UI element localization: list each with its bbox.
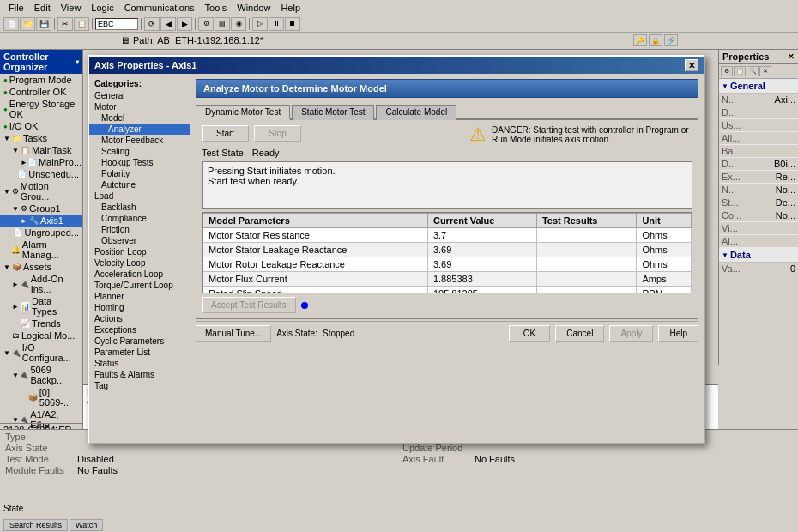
nav-item-compliance[interactable]: Compliance [89,213,190,224]
nav-item-analyzer[interactable]: Analyzer [89,124,190,135]
menu-file[interactable]: File [3,2,29,14]
prop-icon-3[interactable]: 🔍 [747,66,759,76]
nav-item-torqueloop[interactable]: Torque/Current Loop [89,280,190,291]
toolbar-btn-copy[interactable]: 📋 [74,17,89,31]
tree-ioconfig[interactable]: ▼ 🔌 I/O Configura... [0,342,82,364]
menu-window[interactable]: Window [232,2,275,14]
nav-categories-label: Categories: [89,77,190,90]
tree-maintask[interactable]: ▼ 📋 MainTask [0,144,82,156]
menu-communications[interactable]: Communications [119,2,200,14]
menu-view[interactable]: View [56,2,87,14]
toolbar-btn-cut[interactable]: ✂ [57,17,73,31]
nav-item-backlash[interactable]: Backlash [89,202,190,213]
prop-icon-4[interactable]: ✕ [759,66,771,76]
tree-axis1[interactable]: ► 🔧 Axis1 [0,215,82,227]
nav-item-velocityloop[interactable]: Velocity Loop [89,257,190,269]
nav-item-autotune[interactable]: Autotune [89,179,190,190]
nav-item-positionloop[interactable]: Position Loop [89,246,190,257]
search-results-tab[interactable]: Search Results [3,519,68,531]
watch-tab[interactable]: Watch [70,519,103,531]
path-btn3[interactable]: 🔗 [664,34,678,46]
nav-item-polarity[interactable]: Polarity [89,168,190,179]
nav-item-scaling[interactable]: Scaling [89,146,190,157]
start-button[interactable]: Start [202,125,249,142]
dialog-close-button[interactable]: ✕ [685,59,698,71]
prop-icon-1[interactable]: ⚙ [721,66,733,76]
tab-calculate-model[interactable]: Calculate Model [376,105,456,120]
nav-item-motorfeedback[interactable]: Motor Feedback [89,135,190,146]
table-row[interactable]: Rated Slip Speed 105.81205 RPM [203,287,692,294]
tree-datatypes[interactable]: ► 📊 Data Types [0,295,82,317]
tree-motiongroup[interactable]: ▼ ⚙ Motion Grou... [0,180,82,203]
tab-dynamic-motor-test[interactable]: Dynamic Motor Test [196,105,290,120]
tree-backplane[interactable]: ▼ 🔌 5069 Backp... [0,364,82,386]
tab-static-motor-test[interactable]: Static Motor Test [292,105,374,120]
table-row[interactable]: Motor Stator Resistance 3.7 Ohms [203,228,692,243]
nav-item-tag[interactable]: Tag [89,380,190,391]
nav-item-observer[interactable]: Observer [89,235,190,246]
tree-addon[interactable]: ► 🔌 Add-On Ins... [0,273,82,295]
tree-5069-0[interactable]: 📦 [0] 5069-... [0,386,82,408]
tree-trends[interactable]: 📈 Trends [0,317,82,329]
tree-mainpro[interactable]: ► 📄 MainPro... [0,156,82,168]
toolbar-icon-b[interactable]: ▤ [215,17,230,31]
path-btn2[interactable]: 🔒 [649,34,662,46]
tree-tasks[interactable]: ▼ 📁 Tasks [0,132,82,144]
nav-item-actions[interactable]: Actions [89,313,190,324]
toolbar-btn6[interactable]: ◀ [160,17,176,31]
toolbar-icon-f[interactable]: ⏹ [285,17,300,31]
toolbar-btn-new[interactable]: 📄 [3,17,19,31]
nav-item-cyclicparams[interactable]: Cyclic Parameters [89,336,190,347]
nav-item-hookuptests[interactable]: Hookup Tests [89,157,190,168]
menu-help[interactable]: Help [275,2,305,14]
nav-item-planner[interactable]: Planner [89,291,190,302]
toolbar-btn7[interactable]: ▶ [177,17,192,31]
menu-tools[interactable]: Tools [200,2,233,14]
prop-data-expand[interactable]: ▼ [722,251,728,259]
table-row[interactable]: Motor Stator Leakage Reactance 3.69 Ohms [203,243,692,257]
cancel-button[interactable]: Cancel [555,325,604,342]
path-btn1[interactable]: 🔑 [633,34,647,46]
prop-icon-2[interactable]: 📋 [734,66,746,76]
menu-logic[interactable]: Logic [86,2,118,14]
nav-item-motor[interactable]: Motor [89,101,190,112]
nav-item-status[interactable]: Status [89,358,190,369]
backplane-icon: 🔌 [19,371,28,379]
tree-assets[interactable]: ▼ 📦 Assets [0,261,82,273]
nav-item-model[interactable]: Model [89,112,190,124]
toolbar-btn-save[interactable]: 💾 [36,17,51,31]
toolbar-btn5[interactable]: ⟳ [144,17,160,31]
nav-item-homing[interactable]: Homing [89,302,190,313]
tree-unschedu[interactable]: 📄 Unschedu... [0,168,82,180]
toolbar-icon-c[interactable]: ◉ [231,17,246,31]
tree-logicalmod[interactable]: 🗂 Logical Mo... [0,329,82,342]
nav-item-load[interactable]: Load [89,190,190,202]
nav-item-exceptions[interactable]: Exceptions [89,324,190,336]
nav-item-accelloop[interactable]: Acceleration Loop [89,269,190,280]
search-input[interactable] [95,18,138,30]
prop-general-expand[interactable]: ▼ [722,82,728,90]
menu-edit[interactable]: Edit [29,2,56,14]
accept-test-results-button[interactable]: Accept Test Results [202,297,296,313]
ok-button[interactable]: OK [509,325,550,342]
toolbar-icon-d[interactable]: ▷ [252,17,268,31]
table-row[interactable]: Motor Rotor Leakage Reactance 3.69 Ohms [203,257,692,272]
nav-item-general[interactable]: General [89,90,190,101]
nav-item-faults[interactable]: Faults & Alarms [89,369,190,380]
tree-group1[interactable]: ▼ ⚙ Group1 [0,203,82,215]
tree-ungrouped[interactable]: 📄 Ungrouped... [0,227,82,239]
sidebar-scroll-arrow[interactable]: ▾ [76,58,79,66]
manual-tune-button[interactable]: Manual Tune... [196,325,271,342]
help-button[interactable]: Help [658,325,698,342]
stop-button[interactable]: Stop [254,125,301,142]
toolbar-btn-open[interactable]: 📁 [20,17,35,31]
right-panel-close[interactable]: ✕ [788,52,795,61]
table-row[interactable]: Motor Flux Current 1.885383 Amps [203,272,692,287]
nav-item-friction[interactable]: Friction [89,224,190,235]
tree-alarm[interactable]: 🔔 Alarm Manag... [0,239,82,261]
toolbar-icon-a[interactable]: ⚙ [198,17,214,31]
cell-unit: Amps [637,272,692,287]
nav-item-paramlist[interactable]: Parameter List [89,347,190,358]
apply-button[interactable]: Apply [609,325,653,342]
toolbar-icon-e[interactable]: ⏸ [269,17,284,31]
